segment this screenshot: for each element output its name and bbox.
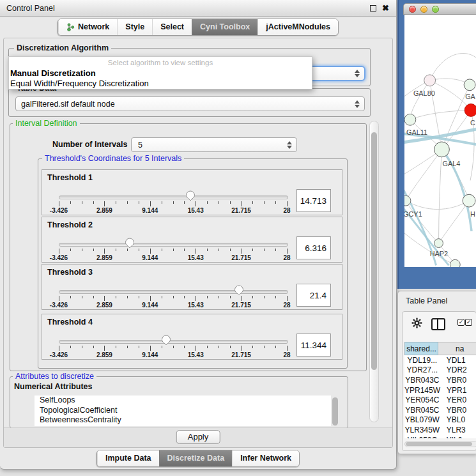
panel-vertical-scrollbar[interactable] [369, 121, 379, 422]
table-data-combobox[interactable]: galFiltered.sif default node [15, 96, 365, 111]
threshold-value-field[interactable]: 6.316 [296, 236, 331, 259]
network-node[interactable] [463, 194, 475, 207]
tab[interactable]: Impute Data [97, 450, 159, 466]
popup-items: Manual Discretization Equal Width/Freque… [9, 68, 312, 89]
thresholds-groupbox: Threshold's Coordinates for 5 Intervals … [38, 158, 348, 369]
table-row[interactable]: YBR043C YBR0 [404, 375, 476, 385]
popup-hint: Select algorithm to view settings [9, 57, 312, 68]
threshold-value-field[interactable]: 14.713 [296, 189, 331, 212]
column-layout-icon[interactable] [431, 318, 445, 330]
combo-arrows-icon [287, 141, 292, 149]
network-node[interactable] [464, 79, 475, 91]
network-node[interactable] [404, 196, 411, 206]
tab[interactable]: jActiveMNodules [257, 19, 338, 35]
table-row[interactable]: YER054C YER0 [404, 395, 476, 405]
checkbox-icon: ✓ [465, 319, 472, 326]
table-data-value: galFiltered.sif default node [21, 100, 115, 109]
threshold-slider-track[interactable] [59, 196, 288, 199]
threshold-slider-track[interactable] [59, 243, 288, 247]
cell-shared-name: YDR27... [404, 365, 440, 376]
network-node[interactable] [464, 104, 476, 117]
control-panel-titlebar[interactable]: Control Panel ✖ [0, 0, 396, 17]
attribute-list-item[interactable]: SelfLoops [35, 395, 331, 406]
close-traffic-light-icon[interactable] [409, 6, 416, 13]
window-title: Control Panel [0, 4, 55, 13]
bottom-tabstrip: Impute Data Discretize Data Infer Networ… [0, 448, 396, 467]
column-header-shared-name[interactable]: shared... [404, 342, 438, 355]
numerical-attributes-label: Numerical Attributes [14, 382, 92, 391]
cell-shared-name: YBR045C [404, 405, 440, 415]
cell-shared-name: YER054C [404, 395, 440, 405]
numerical-attributes-list[interactable]: SelfLoops TopologicalCoefficient Between… [35, 395, 331, 426]
scrollbar-thumb[interactable] [406, 442, 472, 446]
threshold-slider-thumb[interactable] [234, 284, 244, 296]
network-node[interactable] [450, 259, 460, 267]
float-window-icon[interactable] [370, 5, 376, 12]
table-row[interactable]: YBL079W YBL0 [404, 415, 476, 426]
gear-icon[interactable] [411, 318, 422, 328]
tab-label: Style [125, 22, 144, 31]
tab-label: Discretize Data [167, 454, 225, 463]
table-row[interactable]: YPR145W YPR1 [404, 385, 476, 395]
select-columns-icon[interactable]: ✓ ✓ [457, 319, 472, 326]
tab[interactable]: Discretize Data [159, 450, 233, 466]
slider-ticks [59, 201, 287, 207]
scrollbar-thumb[interactable] [371, 132, 377, 370]
table-row[interactable]: YIL052C YIL0 [404, 435, 476, 438]
interval-definition-title: Interval Definition [13, 119, 80, 128]
screen: Control Panel ✖ Network [0, 0, 476, 476]
network-node[interactable] [404, 114, 416, 125]
tab[interactable]: Network [58, 19, 117, 35]
popup-menu-item[interactable]: Manual Discretization [9, 68, 312, 79]
network-canvas[interactable]: GAL80GACGAL11GAL4GCY1HHAP2 [404, 15, 476, 267]
interval-definition-groupbox: Interval Definition Number of Intervals … [10, 123, 367, 371]
network-node[interactable] [434, 142, 450, 157]
table-row[interactable]: YDR27... YDR2 [404, 365, 476, 376]
table-horizontal-scrollbar[interactable] [404, 441, 476, 447]
threshold-label: Threshold 2 [47, 220, 93, 229]
table-row[interactable]: YDL19... YDL1 [404, 355, 476, 365]
column-header-name[interactable]: na [438, 342, 476, 355]
threshold-slider-thumb[interactable] [125, 237, 135, 249]
threshold-panel: Threshold 3 -3.4262.8599.14415.4321.7152… [42, 264, 342, 310]
thresholds-title: Threshold's Coordinates for 5 Intervals [42, 154, 184, 163]
network-node[interactable] [434, 239, 443, 248]
network-node[interactable] [424, 75, 436, 86]
table-row[interactable]: YBR045C YBR0 [404, 405, 476, 415]
apply-button[interactable]: Apply [176, 430, 220, 444]
network-graph: GAL80GACGAL11GAL4GCY1HHAP2 [404, 15, 476, 267]
tab[interactable]: Infer Network [232, 450, 299, 466]
threshold-value-field[interactable]: 21.4 [296, 284, 331, 307]
node-table: shared... na YDL19... YDL1 YDR27... [404, 342, 476, 438]
table-data-groupbox: Table Data galFiltered.sif default node [8, 88, 371, 117]
minimize-traffic-light-icon[interactable] [420, 6, 427, 13]
network-window-titlebar[interactable] [403, 3, 476, 15]
num-intervals-combobox[interactable]: 5 [131, 137, 297, 152]
zoom-traffic-light-icon[interactable] [432, 6, 439, 13]
threshold-slider-thumb[interactable] [161, 334, 171, 346]
table-row[interactable]: YLR345W YLR3 [404, 425, 476, 435]
slider-ticks [59, 249, 287, 254]
close-icon[interactable]: ✖ [382, 3, 389, 13]
algorithm-group-title: Discretization Algorithm [14, 43, 111, 52]
tab-label: Infer Network [240, 454, 291, 463]
attribute-list-item[interactable]: TopologicalCoefficient [35, 406, 331, 416]
tab[interactable]: Select [152, 19, 192, 35]
algorithm-dropdown-popup: Select algorithm to view settings Manual… [8, 56, 312, 89]
tab[interactable]: Style [117, 19, 152, 35]
threshold-slider-track[interactable] [59, 340, 288, 344]
attribute-list-item[interactable]: BetweennessCentrality [35, 415, 331, 426]
cell-name: YBL0 [440, 415, 476, 426]
threshold-slider-thumb[interactable] [185, 190, 196, 201]
cell-name: YBR0 [440, 405, 476, 415]
network-node-label: C [470, 119, 475, 127]
popup-menu-item[interactable]: Equal Width/Frequency Discretization [9, 79, 312, 89]
threshold-slider-track[interactable] [59, 290, 288, 294]
network-node-label: H [470, 210, 475, 218]
tab-label: jActiveMNodules [266, 22, 330, 31]
threshold-value-field[interactable]: 11.344 [296, 334, 331, 357]
table-panel-body: ✓ ✓ shared... na YDL19... YDL1 [402, 311, 476, 451]
tab[interactable]: Cyni Toolbox [192, 19, 257, 35]
attributes-scrollbar-thumb[interactable] [332, 397, 338, 426]
attributes-group-title: Attributes to discretize [13, 372, 96, 381]
